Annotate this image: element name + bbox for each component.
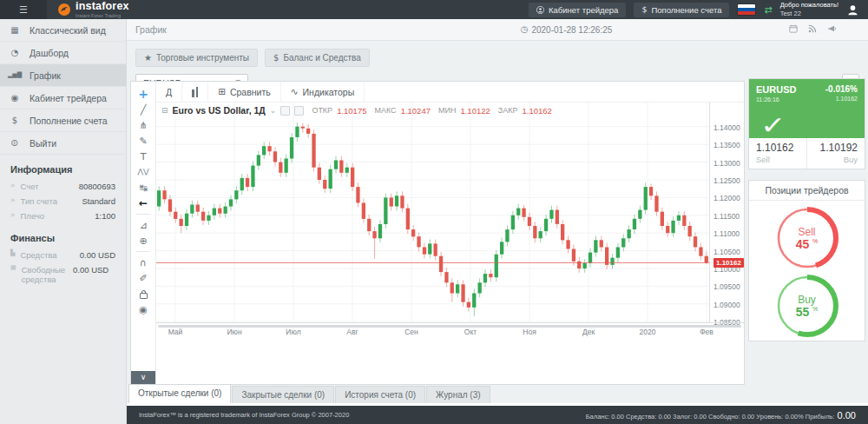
candle xyxy=(699,248,702,256)
summary-text: Баланс: 0.00 Средства: 0.00 Залог: 0.00 … xyxy=(586,413,835,421)
candle xyxy=(411,229,415,236)
leverage-value: 1:100 xyxy=(95,211,115,221)
candle xyxy=(467,302,470,308)
currency-swap-icon[interactable]: ⇄ xyxy=(764,5,772,15)
zoom-in-tool[interactable]: ⊕ xyxy=(131,233,155,248)
magnet-tool[interactable]: ∩ xyxy=(131,255,155,270)
candle xyxy=(334,161,338,169)
candlestick-chart[interactable] xyxy=(156,103,709,322)
logo-name: instaforex xyxy=(76,1,129,12)
sell-button[interactable]: 1.10162 Sell xyxy=(749,138,807,169)
divider xyxy=(136,251,150,252)
deposit-button[interactable]: $ Пополнение счета xyxy=(634,3,729,17)
candle xyxy=(318,168,321,180)
candle xyxy=(556,210,559,224)
tab-closed-trades[interactable]: Закрытые сделки (0) xyxy=(232,386,334,403)
sidebar-item-label: Пополнение счета xyxy=(30,116,108,126)
legend-settings-icon[interactable] xyxy=(294,106,304,116)
xabcd-pattern-tool[interactable]: ⋀⋁ xyxy=(131,164,155,180)
candle xyxy=(434,243,437,255)
lock-icon xyxy=(140,293,148,299)
candle xyxy=(610,258,614,265)
price-tick: 1.14000 xyxy=(713,123,740,132)
indicators-button[interactable]: ∿ Индикаторы xyxy=(281,82,365,102)
brush-tool[interactable]: ✎ xyxy=(131,133,155,149)
candle xyxy=(688,226,692,236)
sidebar-item-chart[interactable]: ▂▅▇ График xyxy=(0,64,126,87)
collapse-tools-button[interactable]: ∨ xyxy=(131,371,155,384)
rss-icon[interactable] xyxy=(808,24,817,35)
trading-instruments-button[interactable]: ★ Торговые инструменты xyxy=(135,49,258,67)
language-flag-ru[interactable] xyxy=(737,3,756,16)
hide-drawings-tool[interactable]: ◉ xyxy=(131,301,155,317)
sidebar-item-deposit[interactable]: $ Пополнение счета xyxy=(0,109,126,132)
sidebar-item-label: График xyxy=(30,70,61,81)
candle xyxy=(201,212,205,221)
trend-line-tool[interactable]: ╱ xyxy=(131,102,155,117)
candle xyxy=(362,203,365,219)
time-axis[interactable]: МайИюнИюлАвгСенОктНояДек2020Фев xyxy=(156,328,709,336)
profit-value: 0.00 xyxy=(838,410,856,421)
quote-change: -0.016% xyxy=(825,84,858,94)
candle xyxy=(489,274,492,277)
arrow-tool[interactable]: ← xyxy=(131,195,155,211)
sidebar: ▦ Классический вид ◔ Дашборд ▂▅▇ График … xyxy=(0,19,127,424)
compare-button[interactable]: ⊞ Сравнить xyxy=(208,82,281,102)
account-type: Standard xyxy=(82,196,115,206)
legend-caret-icon[interactable]: ⌄ xyxy=(270,107,277,115)
candle xyxy=(505,229,509,242)
sidebar-item-logout[interactable]: ⏼ Выйти xyxy=(0,132,126,155)
candle xyxy=(428,243,431,254)
sidebar-item-classic-view[interactable]: ▦ Классический вид xyxy=(0,19,126,42)
candle xyxy=(240,178,244,190)
candle xyxy=(345,168,349,173)
candle xyxy=(157,190,161,206)
candle xyxy=(483,274,487,282)
legend-collapse-icon[interactable]: ⊟ xyxy=(161,107,168,115)
megaphone-icon[interactable] xyxy=(827,24,837,35)
chart-type-button[interactable] xyxy=(182,82,208,102)
trader-cabinet-label: Кабинет трейдера xyxy=(549,5,618,15)
candle xyxy=(323,180,326,189)
main-area: График ◷ 2020-01-28 12:26:25 ★ Торговые … xyxy=(127,19,868,424)
finance-row-free-funds: ▦Свободные средства 0.00 USD xyxy=(0,262,126,287)
balance-funds-button[interactable]: $ Баланс и Средства xyxy=(265,49,370,67)
chart-legend: ⊟ Euro vs US Dollar, 1Д ⌄ ОТКР 1.10175 М… xyxy=(161,105,552,116)
crosshair-tool[interactable]: + xyxy=(131,86,155,102)
buy-button[interactable]: 1.10192 Buy xyxy=(807,138,865,169)
price-axis[interactable]: 1.140001.135001.130001.125001.120001.115… xyxy=(709,103,744,322)
open-label: ОТКР xyxy=(312,106,332,115)
avatar-icon[interactable] xyxy=(846,3,859,17)
sidebar-item-dashboard[interactable]: ◔ Дашборд xyxy=(0,42,126,64)
menu-toggle-button[interactable]: ☰ xyxy=(0,0,47,19)
tab-open-trades[interactable]: Открытые сделки (0) xyxy=(128,384,231,403)
time-tick: Фев xyxy=(700,328,713,336)
candle xyxy=(279,162,282,173)
ruler-tool[interactable]: ⊿ xyxy=(131,217,155,233)
lock-tool[interactable] xyxy=(131,286,155,301)
pitchfork-tool[interactable]: ⋔ xyxy=(131,117,155,133)
candle xyxy=(522,209,525,217)
candle xyxy=(356,187,359,202)
price-tick: 1.11000 xyxy=(713,229,740,238)
person-icon: ◉ xyxy=(0,94,30,103)
calendar-icon[interactable] xyxy=(789,24,798,35)
time-tick: Май xyxy=(168,328,183,336)
trader-cabinet-button[interactable]: Кабинет трейдера xyxy=(529,3,626,17)
text-tool[interactable]: T xyxy=(131,149,155,164)
draw-mode-tool[interactable]: ✐ xyxy=(131,270,155,286)
tab-account-history[interactable]: История счета (0) xyxy=(335,386,425,403)
sidebar-item-label: Кабинет трейдера xyxy=(30,93,107,103)
low-label: МИН xyxy=(438,106,456,115)
copyright-text: InstaForex™ is a registered trademark of… xyxy=(139,411,349,419)
timeframe-button[interactable]: Д xyxy=(156,82,182,102)
bottom-tabs: Открытые сделки (0) Закрытые сделки (0) … xyxy=(128,384,491,403)
forecast-tool[interactable]: ↹ xyxy=(131,180,155,195)
dollar-icon: $ xyxy=(273,54,279,63)
candle xyxy=(500,242,503,254)
tab-journal[interactable]: Журнал (3) xyxy=(426,386,490,403)
sidebar-item-trader-cabinet[interactable]: ◉ Кабинет трейдера xyxy=(0,87,126,109)
chart-plot[interactable]: 1.140001.135001.130001.125001.120001.115… xyxy=(156,103,744,322)
legend-visibility-icon[interactable] xyxy=(280,106,290,116)
free-funds-value: 0.00 USD xyxy=(73,265,108,275)
